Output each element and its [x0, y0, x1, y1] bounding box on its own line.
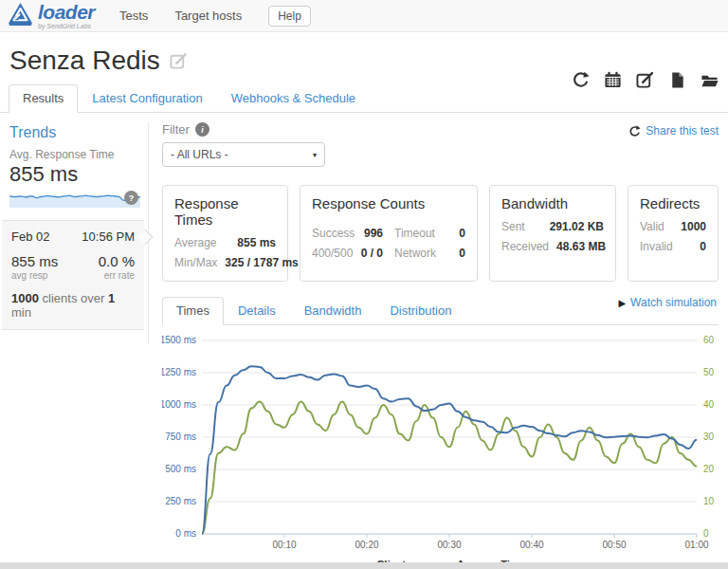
tab-latest-configuration[interactable]: Latest Configuration — [78, 84, 216, 113]
share-test-link[interactable]: Share this test — [628, 124, 719, 138]
svg-text:250 ms: 250 ms — [165, 496, 196, 506]
chart-tab-bandwidth[interactable]: Bandwidth — [290, 297, 376, 325]
run-avg-resp-value: 855 ms — [11, 253, 58, 269]
svg-text:10: 10 — [703, 496, 715, 506]
svg-text:0: 0 — [703, 528, 709, 539]
nav-item-tests[interactable]: Tests — [119, 9, 148, 23]
tab-webhooks-schedule[interactable]: Webhooks & Schedule — [217, 84, 370, 113]
chart-tab-details[interactable]: Details — [224, 297, 290, 325]
svg-text:1250 ms: 1250 ms — [162, 367, 196, 377]
svg-text:60: 60 — [703, 335, 715, 345]
card-title: Response Times — [174, 195, 276, 228]
redirects-card: Redirects Valid1000 Invalid0 — [628, 185, 719, 282]
svg-text:20: 20 — [703, 464, 715, 474]
response-times-card: Response Times Average855 ms Min/Max325 … — [162, 185, 288, 282]
chevron-down-icon: ▾ — [313, 151, 317, 159]
watch-simulation-link[interactable]: ▶ Watch simulation — [618, 296, 717, 309]
chart-tab-bar: Times Details Bandwidth Distribution ▶ W… — [162, 297, 719, 325]
share-icon — [628, 125, 641, 138]
svg-text:1000 ms: 1000 ms — [162, 399, 196, 410]
svg-text:00:40: 00:40 — [519, 540, 543, 550]
svg-text:50: 50 — [703, 367, 715, 377]
tab-results[interactable]: Results — [9, 84, 78, 113]
rename-test-icon[interactable] — [170, 52, 188, 70]
trend-sparkline: ? — [9, 191, 140, 208]
avg-response-time-label: Avg. Response Time — [9, 148, 148, 161]
run-date: Feb 02 — [11, 229, 49, 244]
card-title: Bandwidth — [501, 195, 604, 211]
response-counts-card: Response Counts Success996 400/5000 / 0 … — [300, 185, 478, 282]
open-folder-icon[interactable] — [701, 71, 719, 89]
svg-text:01:00: 01:00 — [684, 540, 708, 550]
svg-text:00:50: 00:50 — [602, 540, 626, 550]
run-err-rate-value: 0.0 % — [99, 253, 135, 269]
filter-info-icon[interactable]: i — [195, 122, 209, 137]
filter-label: Filter — [162, 122, 190, 137]
avg-response-time-value: 855 ms — [9, 162, 148, 187]
page-title: Senza Redis — [9, 46, 160, 76]
chart-tab-distribution[interactable]: Distribution — [375, 297, 465, 325]
url-filter-selected-value: - All URLs - — [171, 148, 228, 161]
times-chart: 0 ms250 ms500 ms750 ms1000 ms1250 ms1500… — [162, 329, 719, 569]
run-err-rate-label: err rate — [104, 270, 135, 281]
times-chart-canvas: 0 ms250 ms500 ms750 ms1000 ms1250 ms1500… — [162, 329, 719, 557]
card-title: Response Counts — [312, 195, 465, 211]
trends-sidebar: Trends Avg. Response Time 855 ms ? Feb 0… — [0, 122, 149, 343]
play-icon: ▶ — [618, 298, 626, 308]
run-clients-summary: 1000 clients over 1 min — [11, 291, 135, 320]
svg-text:00:10: 00:10 — [272, 540, 296, 550]
summary-cards-row: Response Times Average855 ms Min/Max325 … — [162, 185, 719, 282]
footer-strip — [0, 562, 728, 569]
brand-name: loader — [38, 2, 95, 22]
run-avg-resp-label: avg resp — [11, 270, 47, 281]
bandwidth-card: Bandwidth Sent291.02 KB Received48.63 MB — [489, 185, 616, 282]
sparkline-help-icon[interactable]: ? — [124, 191, 138, 205]
brand-logo-link[interactable]: loader by SendGrid Labs — [0, 2, 95, 29]
test-actions-toolbar — [572, 71, 719, 89]
main-tab-bar: Results Latest Configuration Webhooks & … — [0, 84, 728, 113]
top-navbar: loader by SendGrid Labs Tests Target hos… — [0, 0, 728, 32]
loader-logo-icon — [8, 2, 33, 26]
svg-text:0 ms: 0 ms — [175, 528, 196, 539]
svg-text:30: 30 — [703, 431, 715, 442]
svg-text:1500 ms: 1500 ms — [162, 335, 196, 345]
svg-text:00:30: 00:30 — [437, 540, 461, 550]
trend-run-card[interactable]: Feb 02 10:56 PM 855 ms 0.0 % avg resp er… — [2, 220, 144, 330]
svg-text:500 ms: 500 ms — [165, 464, 196, 474]
edit-test-icon[interactable] — [636, 71, 654, 89]
nav-item-target-hosts[interactable]: Target hosts — [174, 9, 242, 23]
card-title: Redirects — [640, 195, 706, 211]
clone-test-file-icon[interactable] — [668, 71, 686, 89]
brand-tagline: by SendGrid Labs — [38, 23, 95, 29]
trends-heading[interactable]: Trends — [9, 124, 148, 141]
svg-text:40: 40 — [703, 399, 715, 410]
run-time: 10:56 PM — [82, 229, 135, 244]
calendar-icon[interactable] — [604, 71, 622, 89]
sparkline-chart — [9, 191, 140, 208]
svg-text:750 ms: 750 ms — [165, 431, 196, 442]
chart-tab-times[interactable]: Times — [162, 297, 224, 325]
svg-text:00:20: 00:20 — [355, 540, 378, 550]
refresh-icon[interactable] — [572, 71, 590, 89]
url-filter-select[interactable]: - All URLs - ▾ — [162, 142, 325, 167]
help-button[interactable]: Help — [268, 6, 311, 27]
